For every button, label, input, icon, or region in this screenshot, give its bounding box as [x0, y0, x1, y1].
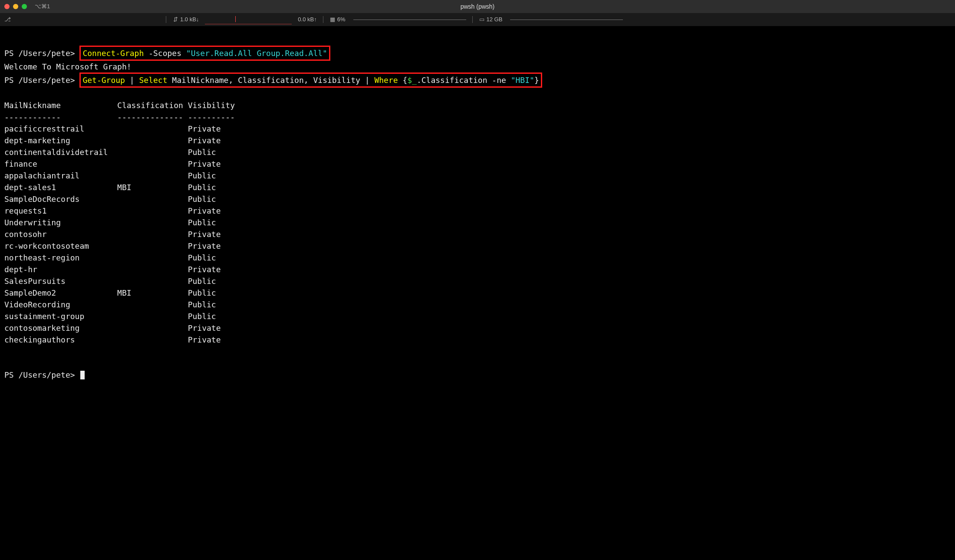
divider [166, 16, 166, 23]
cpu-bar [353, 20, 466, 20]
output-line: Welcome To Microsoft Graph! [4, 62, 132, 71]
cmdlet-name: Get-Group [82, 76, 125, 85]
filter-value: "HBI" [511, 76, 534, 85]
select-columns: MailNickname, Classification, Visibility [172, 76, 360, 85]
pipe: | [130, 76, 135, 85]
shell-prompt: PS /Users/pete> [4, 370, 75, 379]
shell-prompt: PS /Users/pete> [4, 49, 75, 58]
network-icon: ⇵ [172, 15, 178, 24]
ram-value: 12 GB [487, 15, 503, 24]
cpu-usage: ▦6% [329, 15, 346, 24]
net-up: 0.0 kB↑ [298, 15, 316, 24]
pipe: | [365, 76, 370, 85]
ram-usage: ▭12 GB [479, 15, 503, 24]
filter-expr: .Classification -ne [417, 76, 506, 85]
divider [472, 16, 473, 23]
minimize-icon[interactable] [13, 4, 18, 9]
brace: } [534, 76, 539, 85]
cmdlet-where: Where [374, 76, 398, 85]
terminal-output[interactable]: PS /Users/pete> Connect-Graph -Scopes "U… [0, 26, 955, 385]
divider [323, 16, 323, 23]
cmdlet-select: Select [139, 76, 167, 85]
highlighted-command-1: Connect-Graph -Scopes "User.Read.All Gro… [79, 46, 330, 61]
output-table: MailNickname Classification Visibility -… [4, 99, 951, 346]
zoom-icon[interactable] [22, 4, 27, 9]
shell-prompt: PS /Users/pete> [4, 76, 75, 85]
cmd-arg-string: "User.Read.All Group.Read.All" [186, 49, 327, 58]
brace: { [402, 76, 407, 85]
cursor-icon [80, 371, 85, 379]
window-titlebar: ⌥⌘1 pwsh (pwsh) [0, 0, 955, 13]
net-sparkline [205, 15, 292, 24]
ram-bar [510, 20, 623, 20]
window-controls [4, 4, 27, 9]
ram-icon: ▭ [479, 15, 485, 24]
close-icon[interactable] [4, 4, 10, 9]
cpu-value: 6% [337, 15, 346, 24]
highlighted-command-2: Get-Group | Select MailNickname, Classif… [79, 72, 542, 88]
cpu-icon: ▦ [329, 15, 336, 24]
pipeline-var: $_ [407, 76, 417, 85]
tab-label: ⌥⌘1 [35, 2, 50, 11]
net-down: ⇵1.0 kB↓ [172, 15, 199, 24]
cmd-flag: -Scopes [148, 49, 181, 58]
cmdlet-name: Connect-Graph [82, 49, 144, 58]
net-down-value: 1.0 kB↓ [180, 15, 199, 24]
status-bar: ⎇ ⇵1.0 kB↓ 0.0 kB↑ ▦6% ▭12 GB [0, 13, 955, 26]
branch-icon: ⎇ [4, 15, 10, 24]
window-title: pwsh (pwsh) [461, 2, 495, 11]
